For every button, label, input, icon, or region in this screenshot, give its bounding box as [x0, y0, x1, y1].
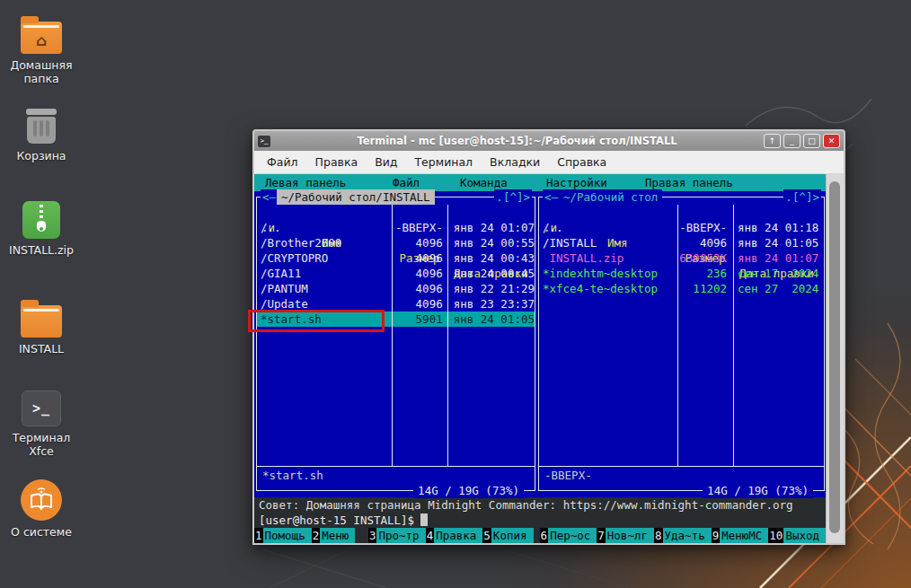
mc-menu-file[interactable]: Файл [393, 175, 420, 190]
file-row[interactable]: /..-ВВЕРХ-янв 24 01:18 [539, 220, 824, 235]
column-separator [677, 205, 678, 466]
archive-zip-icon [22, 201, 60, 239]
mini-status-separator [257, 466, 535, 467]
menu-terminal[interactable]: Терминал [414, 155, 473, 169]
desktop-icon-label: INSTALL [0, 342, 83, 355]
desktop-icon-about-system[interactable]: О системе [0, 479, 83, 539]
midnight-commander: Левая панель Файл Команда Настройки Прав… [254, 174, 826, 543]
menu-file[interactable]: Файл [267, 155, 298, 169]
desktop-icon-xfce-terminal[interactable]: >_ Терминал Xfce [0, 388, 83, 458]
mc-menu-command[interactable]: Команда [460, 175, 508, 190]
terminal-window: >_ Terminal - mc [user@host-15]:~/Рабочи… [252, 129, 845, 545]
shell-prompt: [user@host-15 INSTALL]$ [259, 513, 414, 527]
desktop-icon-install-zip[interactable]: INSTALL.zip [0, 201, 83, 257]
mc-menu-left-panel[interactable]: Левая панель [265, 175, 346, 190]
home-folder-icon: ⌂ [21, 22, 62, 54]
panel-right-disk-usage: 14G / 19G (73%) [703, 483, 813, 498]
file-row[interactable]: /INSTALL4096янв 24 01:05 [539, 235, 824, 250]
fkey-10-quit[interactable]: 10Выход [768, 528, 826, 543]
terminal-scrollbar[interactable] [826, 174, 844, 543]
minimize-button[interactable]: _ [783, 134, 800, 148]
panel-left-column-headers: .и Имя Размер Дата правки [257, 205, 535, 220]
menu-tabs[interactable]: Вкладки [490, 155, 540, 169]
file-row[interactable]: /..-ВВЕРХ-янв 24 01:07 [257, 220, 535, 235]
file-row[interactable]: *xfce4-te~desktop11202сен 27 2024 [539, 281, 824, 296]
scrollbar-thumb[interactable] [829, 181, 840, 533]
fkey-2-menu[interactable]: 2Меню [312, 528, 368, 543]
panel-left-mini-status: *start.sh [262, 468, 323, 483]
mc-right-panel: <— ~/Рабочий стол .[^]> .и Имя Размер Да… [538, 197, 825, 491]
menu-view[interactable]: Вид [375, 155, 397, 169]
panel-right-arrow[interactable]: <— [543, 189, 560, 205]
fkey-8-delete[interactable]: 8Уда~ть [654, 528, 712, 543]
mc-menu-options[interactable]: Настройки [546, 175, 607, 190]
menu-help[interactable]: Справка [557, 155, 606, 169]
file-row[interactable]: /PANTUM4096янв 22 21:29 [257, 281, 535, 296]
desktop-icon-label: Корзина [0, 149, 83, 162]
close-button[interactable]: ✕ [823, 134, 840, 148]
about-book-icon [21, 479, 62, 521]
mc-menu-right-panel[interactable]: Правая панель [645, 175, 733, 190]
file-row[interactable]: INSTALL.zip630053Kянв 24 01:07 [539, 250, 824, 266]
text-cursor [420, 513, 428, 526]
fkey-1-help[interactable]: 1Помощь [254, 528, 312, 543]
file-row[interactable]: *indexhtm~desktop236сен 17 2024 [539, 266, 824, 281]
desktop-icon-trash[interactable]: Корзина [0, 108, 83, 162]
mc-left-panel: <— ~/Рабочий стол/INSTALL .[^]> .и Имя Р… [256, 197, 535, 491]
desktop-icon-label: Домашняя папка [0, 58, 83, 85]
column-separator [447, 205, 448, 466]
fkey-7-mkdir[interactable]: 7Нов~лг [597, 528, 654, 543]
desktop-icon-label: Терминал Xfce [0, 431, 83, 458]
mini-status-separator [539, 466, 824, 467]
file-row[interactable]: /Brother26004096янв 24 00:55 [257, 235, 535, 250]
column-separator [392, 205, 393, 466]
folder-icon [21, 305, 62, 338]
terminal-content: Левая панель Файл Команда Настройки Прав… [254, 174, 844, 543]
trash-icon [23, 109, 59, 145]
fkey-4-edit[interactable]: 4Правка [426, 528, 483, 543]
window-titlebar[interactable]: >_ Terminal - mc [user@host-15]:~/Рабочи… [254, 131, 844, 151]
fkey-5-copy[interactable]: 5Копия [482, 528, 539, 543]
panel-right-path[interactable]: ~/Рабочий стол [559, 189, 662, 205]
panel-left-corner[interactable]: .[^]> [494, 189, 532, 205]
mc-function-keybar: 1Помощь 2Меню 3Про~тр 4Правка 5Копия 6Пе… [254, 528, 826, 543]
menu-edit[interactable]: Правка [315, 155, 358, 169]
panel-right-mini-status: -ВВЕРХ- [544, 468, 592, 483]
window-terminal-icon: >_ [258, 136, 270, 147]
terminal-icon: >_ [22, 391, 61, 426]
fkey-3-view[interactable]: 3Про~тр [368, 528, 426, 543]
desktop-icon-label: INSTALL.zip [0, 243, 83, 257]
file-row-selected-start-sh[interactable]: *start.sh5901янв 24 01:05 [257, 312, 535, 327]
command-line[interactable]: [user@host-15 INSTALL]$ [259, 513, 428, 528]
shade-button[interactable]: ↑ [764, 134, 781, 148]
panel-left-arrow[interactable]: <— [261, 189, 278, 205]
panel-left-path[interactable]: ~/Рабочий стол/INSTALL [277, 189, 435, 205]
maximize-button[interactable]: □ [803, 134, 820, 148]
file-row[interactable]: /GIA114096янв 24 00:45 [257, 266, 535, 281]
column-separator [733, 205, 734, 466]
desktop-icon-install-folder[interactable]: INSTALL [0, 298, 83, 355]
panel-right-corner[interactable]: .[^]> [783, 189, 821, 205]
window-title: Terminal - mc [user@host-15]:~/Рабочий с… [270, 135, 764, 147]
file-row[interactable]: /Update4096янв 23 23:37 [257, 296, 535, 312]
mc-hint-line: Совет: Домашняя страница Midnight Comman… [259, 497, 793, 513]
fkey-9-pulldn[interactable]: 9МенюМС [712, 528, 769, 543]
terminal-menubar: Файл Правка Вид Терминал Вкладки Справка [254, 151, 844, 174]
panel-right-column-headers: .и Имя Размер Дата правки [539, 205, 824, 220]
desktop-icon-home-folder[interactable]: ⌂ Домашняя папка [0, 14, 83, 85]
fkey-6-move[interactable]: 6Пер~ос [540, 528, 597, 543]
file-row[interactable]: /CRYPTOPRO4096янв 24 00:43 [257, 250, 535, 266]
desktop-icon-label: О системе [0, 525, 83, 539]
panel-left-disk-usage: 14G / 19G (73%) [413, 483, 524, 498]
